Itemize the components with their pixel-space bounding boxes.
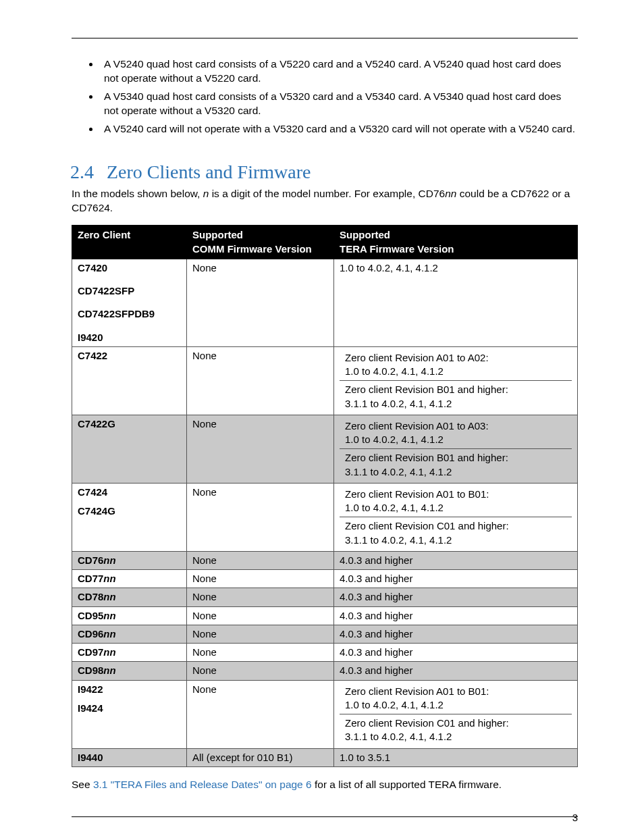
cell-tera: 4.0.3 and higher xyxy=(334,551,578,569)
page-number: 3 xyxy=(572,811,578,825)
cell-comm: None xyxy=(187,483,334,551)
section-title: Zero Clients and Firmware xyxy=(107,161,311,182)
table-row: I9422I9424NoneZero client Revision A01 t… xyxy=(72,680,578,748)
list-item: A V5240 quad host card consists of a V52… xyxy=(100,57,578,86)
firmware-table: Zero Client SupportedCOMM Firmware Versi… xyxy=(72,225,578,767)
cell-comm: All (except for 010 B1) xyxy=(187,748,334,766)
section-number: 2.4 xyxy=(70,159,107,185)
cell-zero-client: I9422I9424 xyxy=(72,680,187,748)
table-row: CD78nnNone4.0.3 and higher xyxy=(72,588,578,606)
header-comm: SupportedCOMM Firmware Version xyxy=(187,226,334,259)
cell-comm: None xyxy=(187,570,334,588)
cell-zero-client: CD76nn xyxy=(72,551,187,569)
cell-tera: 4.0.3 and higher xyxy=(334,625,578,643)
cell-tera: Zero client Revision A01 to B01:1.0 to 4… xyxy=(334,483,578,551)
list-item: A V5240 card will not operate with a V53… xyxy=(100,122,578,136)
cell-tera: 1.0 to 4.0.2, 4.1, 4.1.2 xyxy=(334,259,578,346)
cell-comm: None xyxy=(187,259,334,346)
cell-zero-client: C7422G xyxy=(72,415,187,483)
table-row: CD98nnNone4.0.3 and higher xyxy=(72,662,578,680)
cell-tera: Zero client Revision A01 to B01:1.0 to 4… xyxy=(334,680,578,748)
cell-tera: 4.0.3 and higher xyxy=(334,662,578,680)
table-row: CD95nnNone4.0.3 and higher xyxy=(72,606,578,625)
intro-paragraph: In the models shown below, n is a digit … xyxy=(72,187,578,215)
cell-comm: None xyxy=(187,680,334,748)
text: See xyxy=(72,779,93,790)
table-row: C7420CD7422SFPCD7422SFPDB9I9420None1.0 t… xyxy=(72,259,578,346)
cell-zero-client: CD98nn xyxy=(72,662,187,680)
cell-comm: None xyxy=(187,415,334,483)
bullet-list: A V5240 quad host card consists of a V52… xyxy=(72,57,578,136)
text: is a digit of the model number. For exam… xyxy=(209,188,445,199)
cell-tera: 4.0.3 and higher xyxy=(334,588,578,606)
top-rule xyxy=(72,38,578,38)
text: for a list of all supported TERA firmwar… xyxy=(312,779,502,790)
cell-zero-client: CD78nn xyxy=(72,588,187,606)
cell-comm: None xyxy=(187,606,334,625)
text: In the models shown below, xyxy=(72,188,203,199)
table-row: CD76nnNone4.0.3 and higher xyxy=(72,551,578,569)
footnote: See 3.1 "TERA Files and Release Dates" o… xyxy=(72,778,578,792)
cell-comm: None xyxy=(187,551,334,569)
cell-comm: None xyxy=(187,346,334,415)
cell-comm: None xyxy=(187,662,334,680)
tera-files-link[interactable]: 3.1 "TERA Files and Release Dates" on pa… xyxy=(93,779,312,790)
cell-comm: None xyxy=(187,644,334,662)
table-row: C7422GNoneZero client Revision A01 to A0… xyxy=(72,415,578,483)
table-row: CD77nnNone4.0.3 and higher xyxy=(72,570,578,588)
cell-zero-client: C7420CD7422SFPCD7422SFPDB9I9420 xyxy=(72,259,187,346)
cell-zero-client: CD97nn xyxy=(72,644,187,662)
table-row: I9440All (except for 010 B1)1.0 to 3.5.1 xyxy=(72,748,578,766)
header-zero-client: Zero Client xyxy=(72,226,187,259)
cell-tera: 1.0 to 3.5.1 xyxy=(334,748,578,766)
cell-comm: None xyxy=(187,588,334,606)
table-row: C7424C7424GNoneZero client Revision A01 … xyxy=(72,483,578,551)
cell-zero-client: CD96nn xyxy=(72,625,187,643)
list-item: A V5340 quad host card consists of a V53… xyxy=(100,90,578,118)
cell-tera: 4.0.3 and higher xyxy=(334,644,578,662)
cell-tera: Zero client Revision A01 to A02:1.0 to 4… xyxy=(334,346,578,415)
cell-tera: 4.0.3 and higher xyxy=(334,570,578,588)
cell-tera: 4.0.3 and higher xyxy=(334,606,578,625)
table-header-row: Zero Client SupportedCOMM Firmware Versi… xyxy=(72,226,578,259)
bottom-rule xyxy=(72,816,578,817)
section-heading: 2.4Zero Clients and Firmware xyxy=(70,159,578,185)
cell-zero-client: CD77nn xyxy=(72,570,187,588)
cell-tera: Zero client Revision A01 to A03:1.0 to 4… xyxy=(334,415,578,483)
table-row: C7422NoneZero client Revision A01 to A02… xyxy=(72,346,578,415)
italic-nn: nn xyxy=(445,188,456,199)
table-row: CD97nnNone4.0.3 and higher xyxy=(72,644,578,662)
cell-zero-client: CD95nn xyxy=(72,606,187,625)
cell-zero-client: I9440 xyxy=(72,748,187,766)
cell-zero-client: C7422 xyxy=(72,346,187,415)
cell-comm: None xyxy=(187,625,334,643)
cell-zero-client: C7424C7424G xyxy=(72,483,187,551)
header-tera: SupportedTERA Firmware Version xyxy=(334,226,578,259)
table-row: CD96nnNone4.0.3 and higher xyxy=(72,625,578,643)
